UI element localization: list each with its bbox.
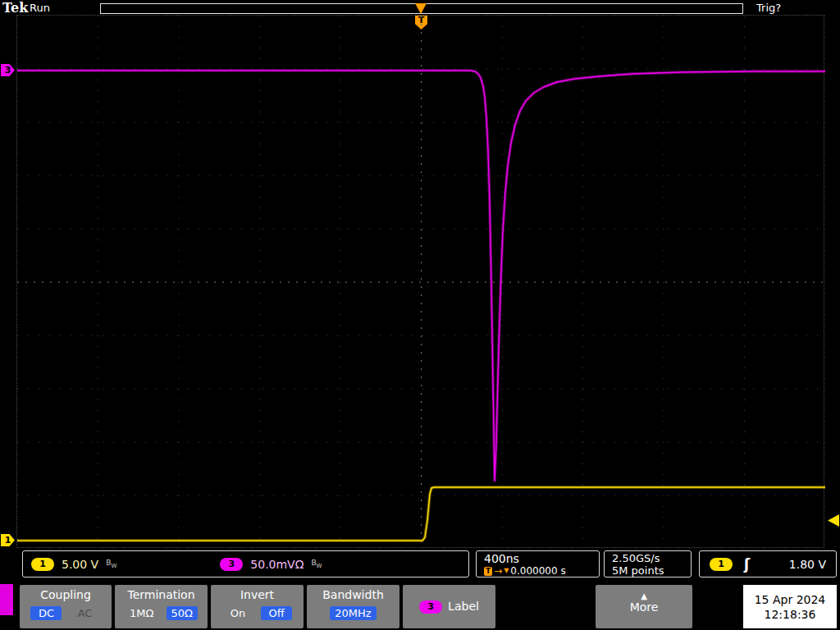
bandwidth-button[interactable]: Bandwidth 20MHz: [307, 585, 399, 628]
channel-3-scale: 50.0mVΩ: [250, 558, 304, 571]
label-title: Label: [448, 600, 479, 614]
more-title: More: [596, 600, 692, 614]
coupling-title: Coupling: [20, 588, 112, 602]
chevron-up-icon: ▲: [596, 592, 692, 600]
channel-1-badge: 1: [31, 558, 54, 571]
cursor-icon: ▼: [504, 565, 509, 577]
bandwidth-title: Bandwidth: [307, 588, 399, 602]
coupling-option-ac[interactable]: AC: [70, 606, 101, 620]
channel-3-menu-tab: [0, 584, 13, 615]
label-button[interactable]: 3 Label: [403, 585, 495, 628]
trigger-status: Trig?: [756, 2, 781, 14]
label-channel-badge: 3: [419, 600, 442, 614]
trigger-source-badge: 1: [710, 558, 733, 571]
termination-option-1mohm[interactable]: 1MΩ: [125, 606, 158, 620]
trigger-level-arrow[interactable]: [828, 514, 839, 527]
tek-logo: Tek: [2, 0, 28, 16]
sample-rate: 2.50GS/s: [612, 552, 683, 564]
more-button[interactable]: ▲ More: [596, 585, 692, 628]
trigger-level-value: 1.80 V: [789, 558, 826, 571]
acquisition-rate-readout: 2.50GS/s 5M points: [604, 550, 692, 578]
invert-option-off[interactable]: Off: [261, 606, 292, 620]
trigger-delay-value: 0.000000 s: [510, 565, 565, 577]
invert-option-on[interactable]: On: [222, 606, 253, 620]
time-value: 12:18:36: [765, 607, 816, 622]
trigger-slope-icon: ʃ: [744, 559, 750, 570]
date-value: 15 Apr 2024: [755, 592, 826, 607]
termination-option-50ohm[interactable]: 50Ω: [167, 606, 198, 620]
termination-button[interactable]: Termination 1MΩ 50Ω: [115, 585, 208, 628]
channel-1-ground-marker[interactable]: 1: [1, 534, 15, 546]
record-length: 5M points: [612, 564, 683, 577]
arrow-icon: →: [494, 565, 502, 577]
termination-title: Termination: [115, 588, 208, 602]
channel-3-bandwidth-limit-indicator: BW: [311, 559, 322, 569]
bandwidth-option-20mhz[interactable]: 20MHz: [330, 606, 376, 620]
acquisition-status: Run: [30, 2, 50, 14]
coupling-option-dc[interactable]: DC: [30, 606, 62, 620]
channel-1-scale: 5.00 V: [62, 558, 98, 571]
vertical-scale-readout: 1 5.00 V BW 3 50.0mVΩ BW: [22, 550, 469, 578]
graticule: [16, 15, 824, 548]
channel-3-badge: 3: [220, 558, 243, 571]
trigger-readout: 1 ʃ 1.80 V: [699, 550, 837, 578]
invert-button[interactable]: Invert On Off: [211, 585, 304, 628]
channel-3-ground-marker[interactable]: 3: [1, 64, 15, 76]
horizontal-readout: 400ns T → ▼ 0.000000 s: [476, 550, 600, 578]
trigger-position-arrow-icon[interactable]: [415, 3, 427, 14]
waveform-display: [17, 16, 825, 549]
oscilloscope-screen: Tek Run Trig? T 3 1 1 5.00 V BW 3 50.0mV…: [0, 0, 840, 630]
date-time-display: 15 Apr 2024 12:18:36: [743, 585, 837, 628]
channel-1-bandwidth-limit-indicator: BW: [106, 559, 116, 569]
trigger-icon: T: [484, 567, 492, 576]
coupling-button[interactable]: Coupling DC AC: [20, 585, 112, 628]
invert-title: Invert: [211, 588, 304, 602]
timebase-value: 400ns: [484, 552, 591, 565]
